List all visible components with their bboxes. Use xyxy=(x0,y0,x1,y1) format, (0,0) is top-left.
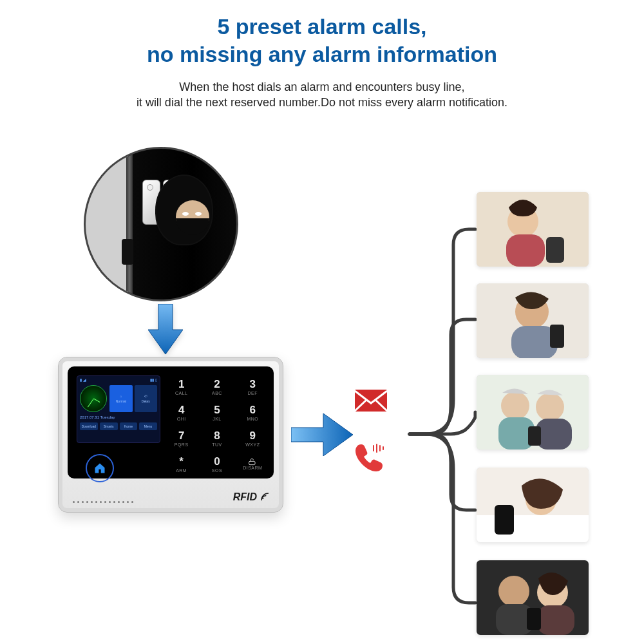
mail-icon xyxy=(354,389,388,415)
svg-rect-1 xyxy=(355,390,387,412)
svg-rect-0 xyxy=(249,461,255,464)
contact-photo-1 xyxy=(477,192,589,267)
key-8: 8TUV xyxy=(205,427,229,449)
svg-rect-29 xyxy=(527,608,541,630)
key-6: 6MNO xyxy=(241,401,265,423)
svg-point-25 xyxy=(498,576,529,607)
key-hash: DISARM xyxy=(241,453,265,475)
lcd-btn: Download xyxy=(80,422,98,430)
svg-rect-23 xyxy=(495,505,514,535)
device-keypad: 1CALL 2ABC 3DEF 4GHI 5JKL 6MNO 7PQRS 8TU… xyxy=(169,375,265,469)
page-subtitle: When the host dials an alarm and encount… xyxy=(0,79,644,111)
key-3: 3DEF xyxy=(241,375,265,397)
title-line-1: 5 preset alarm calls, xyxy=(217,14,426,39)
device-bezel: ▮ ◢▮▮ ▯ ⌂Normal ⏱Delay 2017.07.31 Tuesda… xyxy=(68,366,274,478)
svg-rect-19 xyxy=(528,426,541,446)
lcd-btn: Smarts xyxy=(100,422,118,430)
key-2: 2ABC xyxy=(205,375,229,397)
contact-photo-3 xyxy=(477,375,589,450)
svg-rect-18 xyxy=(536,419,572,450)
svg-rect-8 xyxy=(506,234,545,267)
sub-line-2: it will dial the next reserved number.Do… xyxy=(137,96,507,109)
intruder-illustration xyxy=(84,147,238,301)
intruder-figure xyxy=(149,168,220,258)
door-handle xyxy=(122,239,133,265)
key-7: 7PQRS xyxy=(169,427,193,449)
speaker-grille xyxy=(73,501,133,503)
key-5: 5JKL xyxy=(205,401,229,423)
door-edge xyxy=(126,149,133,299)
sub-line-1: When the host dials an alarm and encount… xyxy=(179,80,464,93)
arrow-right-icon xyxy=(291,413,353,459)
lcd-tile-normal: ⌂Normal xyxy=(109,385,133,412)
page-title: 5 preset alarm calls, no missing any ala… xyxy=(0,13,644,68)
lcd-btn: Menu xyxy=(139,422,157,430)
device-lcd: ▮ ◢▮▮ ▯ ⌂Normal ⏱Delay 2017.07.31 Tuesda… xyxy=(77,375,160,443)
title-line-2: no missing any alarm information xyxy=(147,42,497,66)
home-ring-icon xyxy=(86,454,114,482)
lcd-tile-delay: ⏱Delay xyxy=(135,385,158,412)
key-4: 4GHI xyxy=(169,401,193,423)
key-9: 9WXYZ xyxy=(241,427,265,449)
arrow-down-icon xyxy=(148,304,183,357)
lcd-btn: Home xyxy=(120,422,138,430)
svg-rect-28 xyxy=(537,605,574,635)
key-0: 0SOS xyxy=(205,453,229,475)
svg-point-16 xyxy=(536,393,564,421)
svg-point-15 xyxy=(501,392,529,420)
rfid-waves-icon xyxy=(260,491,271,503)
key-1: 1CALL xyxy=(169,375,193,397)
svg-rect-21 xyxy=(477,515,589,542)
header: 5 preset alarm calls, no missing any ala… xyxy=(0,0,644,111)
rfid-label: RFID xyxy=(233,491,271,503)
clock-icon xyxy=(80,385,107,412)
contact-photo-2 xyxy=(477,283,589,358)
phone-icon xyxy=(353,442,385,477)
svg-rect-13 xyxy=(550,325,564,348)
key-star: *ARM xyxy=(169,453,193,475)
contact-photo-4 xyxy=(477,468,589,542)
lcd-date: 2017.07.31 Tuesday xyxy=(77,414,160,421)
svg-rect-9 xyxy=(546,237,564,263)
below-screen xyxy=(86,454,114,482)
alarm-host-device: ▮ ◢▮▮ ▯ ⌂Normal ⏱Delay 2017.07.31 Tuesda… xyxy=(58,357,283,513)
contact-photo-5 xyxy=(477,560,589,635)
